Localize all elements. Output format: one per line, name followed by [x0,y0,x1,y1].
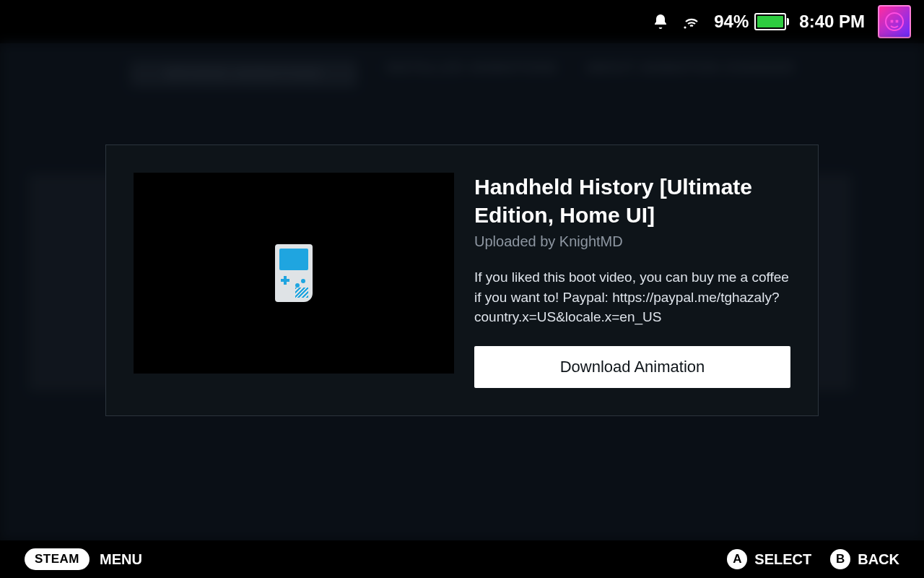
battery-status: 94% [714,12,786,32]
download-button[interactable]: Download Animation [474,346,790,388]
animation-preview [134,173,454,374]
footer-right: A SELECT B BACK [727,549,899,569]
animation-detail-modal: Handheld History [Ultimate Edition, Home… [105,144,819,416]
b-button-hint: B BACK [830,549,899,569]
wifi-icon [682,13,701,30]
animation-details: Handheld History [Ultimate Edition, Home… [474,173,790,388]
b-glyph-icon: B [830,549,850,569]
a-button-hint: A SELECT [727,549,811,569]
battery-icon [754,13,786,30]
animation-title: Handheld History [Ultimate Edition, Home… [474,173,790,229]
modal-overlay: Handheld History [Ultimate Edition, Home… [0,43,924,540]
status-bar: 94% 8:40 PM [0,0,924,43]
avatar[interactable] [878,5,911,38]
footer-bar: STEAM MENU A SELECT B BACK [0,540,924,578]
a-label: SELECT [754,551,811,568]
uploaded-by: Uploaded by KnightMD [474,233,790,250]
battery-percent: 94% [714,12,749,32]
clock: 8:40 PM [799,12,865,32]
animation-description: If you liked this boot video, you can bu… [474,267,790,327]
footer-left: STEAM MENU [25,548,142,570]
a-glyph-icon: A [727,549,747,569]
menu-label: MENU [100,551,142,568]
gameboy-icon [275,244,313,302]
b-label: BACK [858,551,899,568]
bell-icon[interactable] [652,13,669,30]
steam-button[interactable]: STEAM [25,548,90,570]
svg-point-0 [684,26,687,28]
